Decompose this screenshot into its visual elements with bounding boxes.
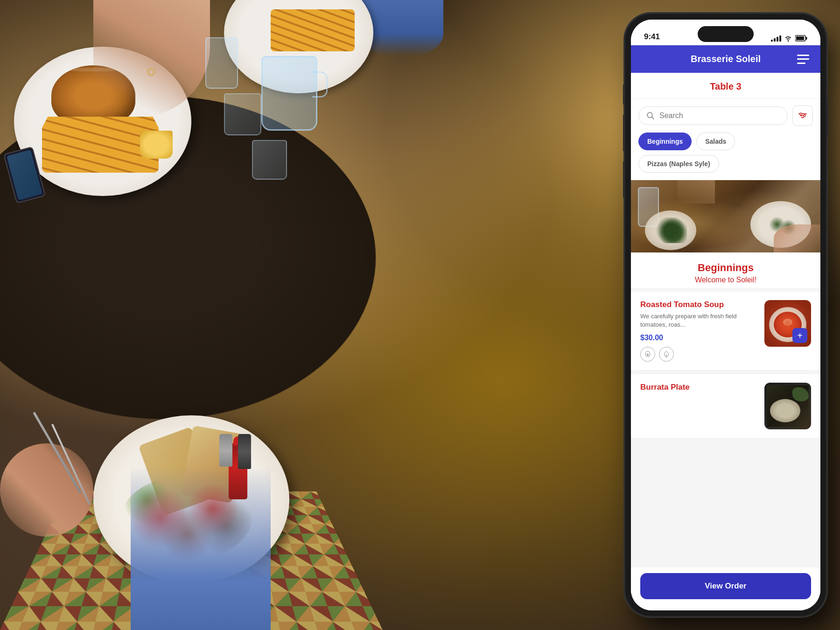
add-soup-button[interactable]: + <box>792 328 807 343</box>
phone-screen: 9:41 <box>631 20 820 610</box>
tab-salads[interactable]: Salads <box>696 133 735 150</box>
category-name-section: Beginnings Welcome to Soleil! <box>631 252 820 288</box>
menu-item-name-soup: Roasted Tomato Soup <box>640 300 757 309</box>
table-label-section: Table 3 <box>631 73 820 99</box>
glass-water-1 <box>205 37 238 89</box>
hero-food <box>654 217 687 243</box>
menu-item-desc-soup: We carefully prepare with fresh field to… <box>640 312 757 329</box>
phone-mockup: 9:41 <box>625 14 826 616</box>
category-tabs: Beginnings Salads Pizzas (Naples Syle) <box>631 133 820 180</box>
menu-item-info-burrata: Burrata Plate <box>640 383 757 395</box>
menu-item-image-wrapper-soup: + <box>764 300 811 347</box>
status-icons <box>771 35 807 42</box>
view-order-bar: View Order <box>631 567 820 610</box>
sauce-cup <box>140 131 173 159</box>
hero-hand <box>774 224 820 252</box>
search-input[interactable] <box>659 112 780 120</box>
category-subtitle: Welcome to Soleil! <box>640 276 811 284</box>
app-header: Brasserie Soleil <box>631 45 820 73</box>
category-hero-image <box>631 180 820 252</box>
glass-water-3 <box>252 140 287 180</box>
view-order-button[interactable]: View Order <box>640 573 811 599</box>
menu-item-name-burrata: Burrata Plate <box>640 383 757 392</box>
svg-point-9 <box>804 115 805 117</box>
person-bottom-jeans <box>131 467 271 630</box>
glass-water-2 <box>224 93 261 135</box>
soup-cream <box>783 319 792 326</box>
menu-item-image-wrapper-burrata <box>764 383 811 429</box>
power-button <box>826 98 828 135</box>
organic-icon <box>659 347 674 362</box>
filter-button[interactable] <box>792 105 813 126</box>
search-wrapper[interactable] <box>638 106 788 125</box>
filter-icon <box>798 111 808 121</box>
category-name: Beginnings <box>640 262 811 274</box>
tab-pizzas[interactable]: Pizzas (Naples Syle) <box>638 155 719 173</box>
dynamic-island <box>698 26 754 42</box>
tab-beginnings[interactable]: Beginnings <box>638 133 692 150</box>
hamburger-menu-icon[interactable] <box>797 55 809 64</box>
svg-point-10 <box>647 354 649 356</box>
volume-up-button <box>623 114 625 152</box>
volume-down-button <box>623 161 625 198</box>
svg-point-8 <box>800 113 802 115</box>
svg-rect-2 <box>796 36 804 40</box>
battery-icon <box>795 35 807 42</box>
card-separator <box>640 370 811 371</box>
wifi-icon <box>784 35 792 42</box>
pepper-shaker <box>238 434 251 469</box>
ring-detail <box>147 68 155 76</box>
dietary-icons-soup <box>640 347 757 362</box>
fries-top <box>271 9 355 51</box>
menu-item-image-burrata <box>764 383 811 429</box>
signal-icon <box>771 35 781 42</box>
silent-switch <box>623 84 625 105</box>
menu-scroll-content[interactable]: Beginnings Welcome to Soleil! Roasted To… <box>631 180 820 610</box>
menu-item-info-soup: Roasted Tomato Soup We carefully prepare… <box>640 300 757 362</box>
app-title: Brasserie Soleil <box>654 54 797 64</box>
hero-hand-2 <box>678 180 715 203</box>
search-section <box>631 99 820 133</box>
status-time: 9:41 <box>644 32 660 42</box>
pitcher-water <box>261 56 317 131</box>
salt-shaker <box>219 434 232 467</box>
search-icon <box>646 112 655 120</box>
svg-rect-1 <box>806 37 807 40</box>
table-label: Table 3 <box>710 81 741 91</box>
menu-item-price-soup: $30.00 <box>640 334 757 342</box>
app-content: Brasserie Soleil Table 3 <box>631 45 820 610</box>
svg-line-4 <box>652 117 654 119</box>
menu-item-burrata-plate: Burrata Plate <box>631 374 820 438</box>
menu-item-roasted-tomato-soup: Roasted Tomato Soup We carefully prepare… <box>631 292 820 370</box>
phone-shell: 9:41 <box>625 14 826 616</box>
vegan-icon <box>640 347 655 362</box>
hero-plate-left <box>645 210 696 250</box>
